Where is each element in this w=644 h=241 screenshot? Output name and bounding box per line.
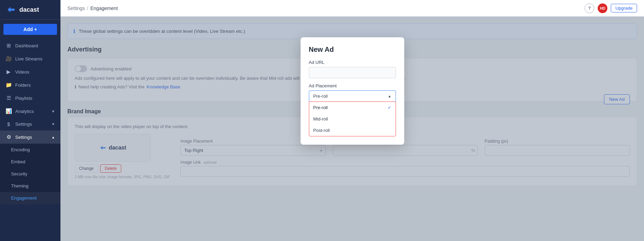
modal-overlay[interactable]: New Ad Ad URL Ad Placement Pre-roll ▲ Pr… [60,17,644,241]
new-ad-modal: New Ad Ad URL Ad Placement Pre-roll ▲ Pr… [301,37,404,145]
topbar: Settings / Engagement ? HD Upgrade [60,0,644,17]
sidebar-item-folders[interactable]: 📁 Folders [0,78,60,91]
playlists-icon: ☰ [6,95,12,101]
help-button[interactable]: ? [585,3,594,13]
live-streams-icon: 🎥 [6,56,12,62]
ad-url-label: Ad URL [309,60,396,65]
paywall-icon: $ [6,121,12,127]
sidebar-item-label: Analytics [15,109,34,114]
sidebar-item-dashboard[interactable]: ⊞ Dashboard [0,39,60,52]
dropdown-arrow: ▲ [388,94,391,98]
analytics-arrow: ▼ [51,109,55,113]
settings-icon: ⚙ [6,134,12,140]
sidebar-item-encoding[interactable]: Encoding [0,144,60,156]
sidebar-item-security[interactable]: Security [0,168,60,180]
ad-placement-label: Ad Placement [309,83,396,88]
sidebar-item-paywall[interactable]: $ Settings ▼ [0,118,60,131]
analytics-icon: 📊 [6,108,12,114]
sidebar-item-live-streams[interactable]: 🎥 Live Streams [0,52,60,65]
sidebar-item-label: Folders [15,83,31,88]
add-button[interactable]: Add + [3,24,57,35]
post-roll-label: Post-roll [313,128,330,133]
embed-label: Embed [11,159,25,164]
pre-roll-label: Pre-roll [313,105,328,110]
ad-url-input[interactable] [309,67,396,78]
dashboard-icon: ⊞ [6,42,12,49]
placement-dropdown: Pre-roll ✓ Mid-roll Post-roll [309,102,396,136]
videos-icon: ▶ [6,69,12,75]
settings-submenu: Encoding Embed Security Theming Engageme… [0,144,60,204]
theming-label: Theming [11,183,29,189]
sidebar-item-settings[interactable]: ⚙ Settings ▲ [0,131,60,144]
breadcrumb: Settings / Engagement [67,6,118,11]
placement-dropdown-trigger[interactable]: Pre-roll ▲ [309,90,396,102]
sidebar-item-analytics[interactable]: 📊 Analytics ▼ [0,105,60,118]
paywall-arrow: ▼ [51,122,55,126]
security-label: Security [11,171,27,176]
sidebar-item-playlists[interactable]: ☰ Playlists [0,91,60,105]
selected-option: Pre-roll [313,94,328,99]
sidebar-item-label: Playlists [15,96,32,101]
folders-icon: 📁 [6,82,12,88]
logo-area: dacast [0,0,60,20]
user-avatar[interactable]: HD [598,3,607,13]
upgrade-button[interactable]: Upgrade [611,4,637,12]
sidebar-item-theming[interactable]: Theming [0,180,60,192]
sidebar-item-label: Live Streams [15,56,42,61]
sidebar-item-label: Settings [15,122,32,127]
check-mark: ✓ [388,105,391,110]
page-content: ℹ These global settings can be overidden… [60,17,644,241]
logo-text: dacast [19,6,39,13]
breadcrumb-current: Engagement [90,6,117,11]
encoding-label: Encoding [11,147,30,152]
option-pre-roll[interactable]: Pre-roll ✓ [309,102,396,113]
dacast-logo-icon [6,4,17,15]
sidebar-item-engagement[interactable]: Engagement [0,192,60,204]
sidebar-item-label: Settings [15,135,32,140]
option-mid-roll[interactable]: Mid-roll [309,113,396,125]
sidebar-item-label: Videos [15,69,29,75]
topbar-right: ? HD Upgrade [585,3,637,13]
sidebar: dacast Add + ⊞ Dashboard 🎥 Live Streams … [0,0,60,241]
breadcrumb-parent: Settings [67,6,85,11]
main-area: Settings / Engagement ? HD Upgrade ℹ The… [60,0,644,241]
sidebar-item-embed[interactable]: Embed [0,156,60,168]
engagement-label: Engagement [11,195,37,201]
modal-title: New Ad [309,46,396,54]
sidebar-item-videos[interactable]: ▶ Videos [0,65,60,78]
sidebar-item-label: Dashboard [15,43,38,48]
mid-roll-label: Mid-roll [313,116,328,122]
settings-arrow: ▲ [51,135,55,139]
option-post-roll[interactable]: Post-roll [309,125,396,136]
breadcrumb-separator: / [87,6,88,11]
